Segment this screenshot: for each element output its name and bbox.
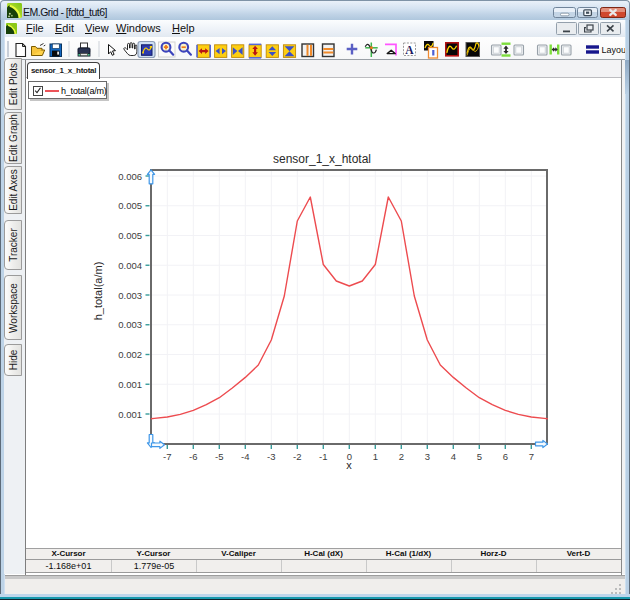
svg-text:-3: -3 <box>267 451 275 462</box>
svg-text:0.001: 0.001 <box>118 379 142 390</box>
svg-text:0.006: 0.006 <box>118 171 142 182</box>
svg-text:3: 3 <box>425 451 430 462</box>
svg-text:sensor_1_x_htotal: sensor_1_x_htotal <box>273 152 371 166</box>
svg-text:0.002: 0.002 <box>118 349 142 360</box>
svg-text:-6: -6 <box>189 451 197 462</box>
svg-text:0: 0 <box>347 451 352 462</box>
svg-text:0.001: 0.001 <box>118 409 142 420</box>
svg-text:1: 1 <box>373 451 378 462</box>
svg-text:0.004: 0.004 <box>118 260 142 271</box>
svg-text:6: 6 <box>503 451 508 462</box>
svg-text:-4: -4 <box>241 451 249 462</box>
svg-text:-7: -7 <box>163 451 171 462</box>
svg-text:2: 2 <box>399 451 404 462</box>
svg-text:0.005: 0.005 <box>118 230 142 241</box>
svg-text:0.003: 0.003 <box>118 290 142 301</box>
svg-text:h_total(a/m): h_total(a/m) <box>92 262 104 321</box>
svg-text:-2: -2 <box>293 451 301 462</box>
svg-text:0.005: 0.005 <box>118 200 142 211</box>
svg-text:7: 7 <box>529 451 534 462</box>
svg-text:5: 5 <box>477 451 482 462</box>
svg-text:-1: -1 <box>319 451 327 462</box>
svg-text:0.003: 0.003 <box>118 319 142 330</box>
svg-text:4: 4 <box>451 451 456 462</box>
svg-text:-5: -5 <box>215 451 223 462</box>
